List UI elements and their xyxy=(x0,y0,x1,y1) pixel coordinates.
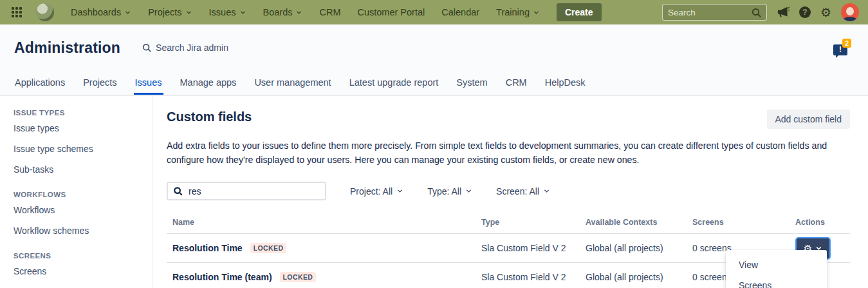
nav-training-label: Training xyxy=(496,7,530,17)
field-contexts: Global (all projects) xyxy=(586,272,692,282)
admin-header: Administration Search Jira admin ! 2 xyxy=(0,24,868,71)
nav-projects-label: Projects xyxy=(148,7,181,17)
search-icon xyxy=(142,43,151,52)
filter-screen[interactable]: Screen: All xyxy=(496,186,550,197)
tab-issues[interactable]: Issues xyxy=(134,71,163,95)
nav-customer-portal-label: Customer Portal xyxy=(357,7,425,17)
nav-issues-label: Issues xyxy=(209,7,236,17)
chevron-down-icon xyxy=(185,9,192,16)
header-type: Type xyxy=(481,218,586,227)
admin-tabs: Applications Projects Issues Manage apps… xyxy=(0,71,868,96)
menu-item-view[interactable]: View xyxy=(726,254,827,275)
chevron-down-icon xyxy=(295,9,302,16)
table-header-row: Name Type Available Contexts Screens Act… xyxy=(167,213,850,234)
page-title: Administration xyxy=(14,39,120,57)
locked-badge: LOCKED xyxy=(280,272,317,282)
global-search[interactable] xyxy=(662,4,767,21)
chevron-down-icon xyxy=(533,9,540,16)
nav-calendar-label: Calendar xyxy=(441,7,479,17)
nav-projects[interactable]: Projects xyxy=(142,7,198,17)
search-jira-admin[interactable]: Search Jira admin xyxy=(142,43,228,53)
custom-field-search-input[interactable] xyxy=(189,186,320,197)
menu-item-screens[interactable]: Screens xyxy=(726,275,827,288)
nav-crm[interactable]: CRM xyxy=(313,7,347,17)
filter-project[interactable]: Project: All xyxy=(350,186,403,197)
sidebar-section-issue-types: ISSUE TYPES xyxy=(14,109,152,117)
nav-calendar[interactable]: Calendar xyxy=(435,7,486,17)
field-name[interactable]: Resolution Time xyxy=(172,243,243,253)
settings-gear-icon[interactable]: ⚙ xyxy=(820,6,831,19)
tab-latest-upgrade-report[interactable]: Latest upgrade report xyxy=(348,71,440,95)
locked-badge: LOCKED xyxy=(250,243,287,253)
app-switcher-icon[interactable] xyxy=(12,7,22,17)
custom-field-search[interactable] xyxy=(167,182,326,200)
sidebar-item-sub-tasks[interactable]: Sub-tasks xyxy=(14,159,152,180)
nav-boards-label: Boards xyxy=(263,7,293,17)
chevron-down-icon xyxy=(239,9,246,16)
field-name[interactable]: Resolution Time (team) xyxy=(172,272,272,282)
nav-dashboards-label: Dashboards xyxy=(71,7,121,17)
site-logo[interactable] xyxy=(36,3,54,21)
tab-manage-apps[interactable]: Manage apps xyxy=(179,71,238,95)
search-jira-admin-label: Search Jira admin xyxy=(156,43,228,53)
feedback-notification-icon[interactable]: ! 2 xyxy=(833,40,850,55)
nav-customer-portal[interactable]: Customer Portal xyxy=(351,7,431,17)
search-icon xyxy=(173,186,183,196)
tab-system[interactable]: System xyxy=(455,71,488,95)
sidebar-item-workflow-schemes[interactable]: Workflow schemes xyxy=(14,220,152,241)
chevron-down-icon xyxy=(124,9,131,16)
sidebar-item-issue-types[interactable]: Issue types xyxy=(14,118,152,139)
header-available-contexts: Available Contexts xyxy=(586,218,692,227)
notification-count-badge: 2 xyxy=(842,39,851,48)
sidebar-item-workflows[interactable]: Workflows xyxy=(14,200,152,220)
filter-type[interactable]: Type: All xyxy=(427,186,472,197)
top-navigation-bar: Dashboards Projects Issues Boards CRM Cu… xyxy=(0,0,868,24)
sidebar-item-screens[interactable]: Screens xyxy=(14,261,152,282)
field-type: Sla Custom Field V 2 xyxy=(481,272,586,282)
filter-screen-label: Screen: All xyxy=(496,186,539,197)
global-search-input[interactable] xyxy=(668,8,752,17)
nav-crm-label: CRM xyxy=(319,7,340,17)
actions-dropdown-menu: View Screens xyxy=(726,250,827,288)
nav-training[interactable]: Training xyxy=(490,7,546,17)
chevron-down-icon xyxy=(396,187,403,195)
filter-type-label: Type: All xyxy=(427,186,461,197)
nav-issues[interactable]: Issues xyxy=(203,7,253,17)
search-icon xyxy=(752,8,761,17)
chevron-down-icon xyxy=(465,187,472,195)
tab-helpdesk[interactable]: HelpDesk xyxy=(544,71,587,95)
create-button[interactable]: Create xyxy=(557,3,602,21)
help-icon[interactable]: ? xyxy=(799,6,811,18)
sidebar-section-workflows: WORKFLOWS xyxy=(14,191,152,198)
sidebar-item-issue-type-schemes[interactable]: Issue type schemes xyxy=(14,139,152,159)
nav-boards[interactable]: Boards xyxy=(257,7,309,17)
header-screens: Screens xyxy=(692,218,795,227)
add-custom-field-button[interactable]: Add custom field xyxy=(767,110,851,129)
tab-user-management[interactable]: User management xyxy=(253,71,332,95)
user-avatar[interactable] xyxy=(841,3,859,21)
admin-sidebar: ISSUE TYPES Issue types Issue type schem… xyxy=(0,96,153,288)
custom-fields-title: Custom fields xyxy=(167,110,252,124)
field-type: Sla Custom Field V 2 xyxy=(481,243,586,253)
tab-crm[interactable]: CRM xyxy=(504,71,528,95)
filter-project-label: Project: All xyxy=(350,186,392,197)
chevron-down-icon xyxy=(543,187,550,195)
header-name: Name xyxy=(167,218,481,227)
field-contexts: Global (all projects) xyxy=(586,243,692,253)
announcements-icon[interactable] xyxy=(777,6,790,18)
sidebar-section-screens: SCREENS xyxy=(14,252,152,260)
tab-projects[interactable]: Projects xyxy=(82,71,118,95)
nav-dashboards[interactable]: Dashboards xyxy=(64,7,138,17)
tab-applications[interactable]: Applications xyxy=(14,71,66,95)
header-actions: Actions xyxy=(795,218,850,227)
custom-fields-description: Add extra fields to your issues to defin… xyxy=(167,139,850,167)
